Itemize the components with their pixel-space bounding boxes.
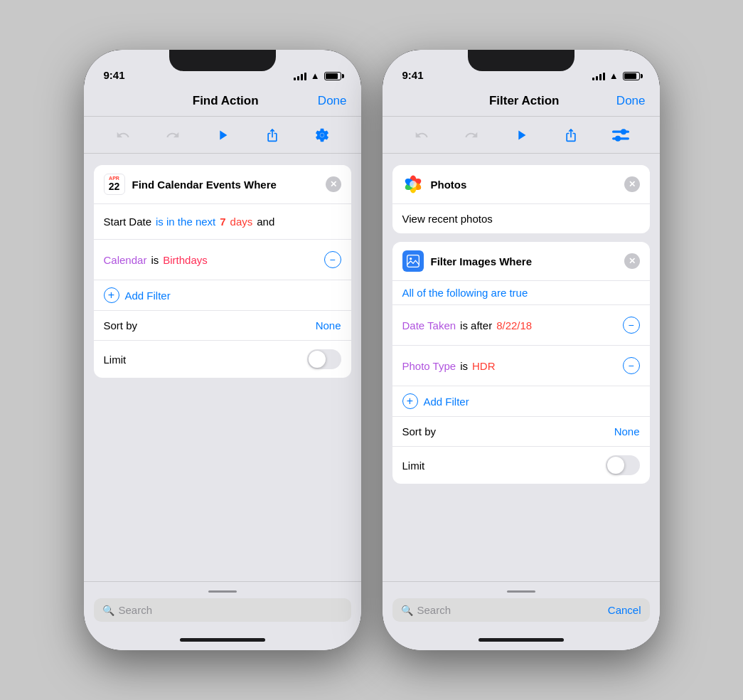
wifi-left: ▲ <box>311 70 320 81</box>
sort-by-value-right[interactable]: None <box>614 425 640 438</box>
filter-images-header: Filter Images Where ✕ <box>392 242 650 281</box>
filter-images-card: Filter Images Where ✕ All of the followi… <box>392 242 650 484</box>
sort-by-label-left: Sort by <box>104 319 138 332</box>
search-bar-left[interactable]: 🔍 Search <box>94 598 351 622</box>
limit-row-left: Limit <box>94 341 351 378</box>
filter-images-close[interactable]: ✕ <box>624 253 640 269</box>
screen-left: 9:41 ▲ Find Action Done <box>84 50 361 650</box>
photo-type-remove[interactable]: − <box>623 357 640 374</box>
share-icon <box>265 128 279 142</box>
find-calendar-title: Find Calendar Events Where <box>132 179 319 191</box>
redo-button-left[interactable] <box>161 124 184 147</box>
nav-title-left: Find Action <box>193 94 259 108</box>
bar2r <box>596 76 598 80</box>
limit-label-right: Limit <box>402 460 425 472</box>
share-button-left[interactable] <box>261 124 284 147</box>
nav-title-right: Filter Action <box>489 94 560 108</box>
bar4r <box>603 73 605 80</box>
add-filter-label-left[interactable]: Add Filter <box>125 290 171 302</box>
battery-fill-right <box>624 73 636 79</box>
limit-toggle-left[interactable] <box>307 349 341 369</box>
calendar-filter-section: Calendar is Birthdays − <box>94 240 351 280</box>
time-left: 9:41 <box>104 69 125 81</box>
search-bar-right[interactable]: 🔍 Search Cancel <box>392 598 650 622</box>
undo-icon <box>116 128 130 142</box>
start-date-prefix: Start Date <box>104 216 152 228</box>
time-right: 9:41 <box>402 69 424 81</box>
svg-point-13 <box>410 258 412 260</box>
limit-toggle-right[interactable] <box>606 455 640 475</box>
date-taken-tag[interactable]: 8/22/18 <box>496 319 532 332</box>
home-bar-left <box>180 638 265 642</box>
toolbar-left <box>84 117 361 154</box>
date-taken-label2: is after <box>460 319 492 332</box>
sort-by-row-left[interactable]: Sort by None <box>94 311 351 341</box>
bar3 <box>301 74 303 80</box>
calendar-icon: APR 22 <box>104 174 125 195</box>
settings-button-left[interactable] <box>311 124 333 147</box>
search-placeholder-right: Search <box>417 604 451 616</box>
settings-button-right[interactable] <box>609 124 632 147</box>
view-recent-photos-text: View recent photos <box>392 204 650 233</box>
start-date-number[interactable]: 7 <box>220 216 225 228</box>
share-button-right[interactable] <box>560 124 582 147</box>
play-button-left[interactable] <box>211 124 234 147</box>
add-filter-label-right[interactable]: Add Filter <box>424 396 469 408</box>
bottom-bar-right: 🔍 Search Cancel <box>383 581 660 629</box>
search-cancel-right[interactable]: Cancel <box>608 604 641 616</box>
done-button-left[interactable]: Done <box>318 94 347 108</box>
condition-row[interactable]: All of the following are true <box>392 281 650 305</box>
nav-bar-right: Filter Action Done <box>383 85 660 117</box>
calendar-filter-remove[interactable]: − <box>324 251 341 268</box>
find-calendar-close[interactable]: ✕ <box>326 176 341 192</box>
play-button-right[interactable] <box>510 124 533 147</box>
limit-row-right: Limit <box>392 447 650 484</box>
battery-fill-left <box>326 73 338 79</box>
svg-rect-12 <box>407 255 419 267</box>
filter-img-icon-container <box>402 250 424 272</box>
undo-icon-right <box>415 128 429 142</box>
sort-by-value-left[interactable]: None <box>316 319 341 332</box>
photos-card: Photos ✕ View recent photos <box>392 165 650 233</box>
add-filter-btn-left[interactable]: + <box>104 287 119 303</box>
start-date-tag1[interactable]: is in the next <box>156 216 215 228</box>
redo-icon <box>166 128 180 142</box>
done-button-right[interactable]: Done <box>616 94 646 108</box>
bar2 <box>297 76 299 80</box>
photos-flower-svg <box>403 174 423 194</box>
photos-card-title: Photos <box>431 179 617 191</box>
search-inner-right: 🔍 Search <box>401 604 451 616</box>
filter-images-title: Filter Images Where <box>431 255 617 267</box>
photo-type-filter-section: Photo Type is HDR − <box>392 346 650 386</box>
notch-left <box>169 50 276 71</box>
wifi-right: ▲ <box>609 70 619 81</box>
add-filter-row-left: + Add Filter <box>94 280 351 311</box>
start-date-and: and <box>257 216 274 228</box>
start-date-filter-row: Start Date is in the next 7 days and <box>104 210 341 233</box>
start-date-filter-section: Start Date is in the next 7 days and <box>94 204 351 240</box>
sort-by-row-right[interactable]: Sort by None <box>392 417 650 447</box>
calendar-tag[interactable]: Birthdays <box>163 254 208 266</box>
find-calendar-header: APR 22 Find Calendar Events Where ✕ <box>94 165 351 204</box>
signal-right <box>592 72 605 80</box>
calendar-label1[interactable]: Calendar <box>104 254 147 266</box>
svg-point-2 <box>621 129 626 134</box>
home-indicator-left <box>84 629 361 650</box>
svg-point-4 <box>615 135 621 141</box>
photo-type-label1[interactable]: Photo Type <box>402 360 456 372</box>
start-date-days[interactable]: days <box>230 216 253 228</box>
date-taken-remove[interactable]: − <box>623 317 640 334</box>
add-filter-btn-right[interactable]: + <box>402 393 418 409</box>
photo-type-tag[interactable]: HDR <box>472 360 496 372</box>
undo-button-right[interactable] <box>410 124 433 147</box>
bar1r <box>592 78 594 80</box>
photos-card-close[interactable]: ✕ <box>624 176 640 192</box>
undo-button-left[interactable] <box>112 124 134 147</box>
date-taken-label1[interactable]: Date Taken <box>402 319 456 332</box>
date-taken-filter-row: Date Taken is after 8/22/18 − <box>402 311 640 339</box>
limit-label-left: Limit <box>104 354 127 366</box>
svg-point-0 <box>320 133 324 137</box>
main-content-right: Photos ✕ View recent photos <box>383 154 660 581</box>
search-icon-right: 🔍 <box>401 605 413 616</box>
redo-button-right[interactable] <box>460 124 483 147</box>
